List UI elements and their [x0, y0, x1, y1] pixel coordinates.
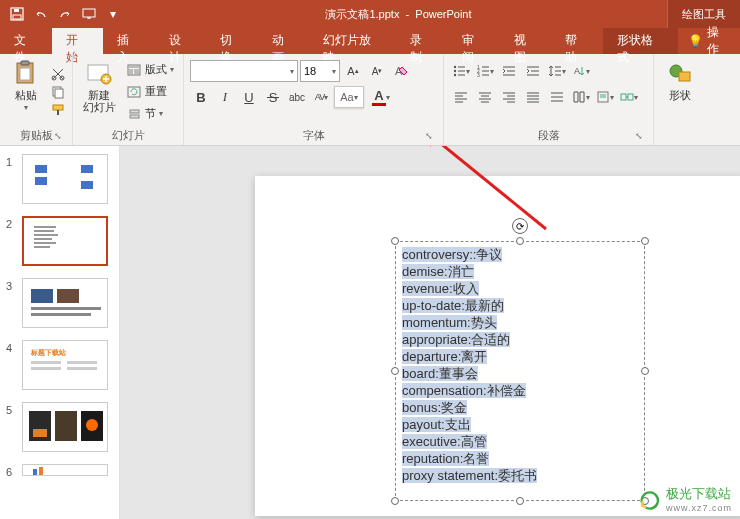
svg-rect-38	[34, 226, 56, 228]
thumb-3[interactable]: 3★	[0, 276, 119, 338]
thumb-2[interactable]: 2	[0, 214, 119, 276]
increase-indent-icon[interactable]	[522, 60, 544, 82]
justify-icon[interactable]	[522, 86, 544, 108]
thumb-1[interactable]: 1★	[0, 152, 119, 214]
align-right-icon[interactable]	[498, 86, 520, 108]
resize-handle[interactable]	[391, 367, 399, 375]
thumb-5[interactable]: 5★	[0, 400, 119, 462]
svg-rect-5	[21, 61, 29, 65]
strikethrough-button[interactable]: S	[262, 86, 284, 108]
shapes-button[interactable]: 形状	[660, 57, 700, 141]
layout-button[interactable]: 版式 ▾	[123, 60, 177, 80]
text-shadow-button[interactable]: abc	[286, 86, 308, 108]
line-spacing-icon[interactable]: ▾	[546, 60, 568, 82]
distributed-icon[interactable]	[546, 86, 568, 108]
svg-rect-2	[14, 9, 19, 12]
bullets-button[interactable]: ▾	[450, 60, 472, 82]
group-drawing: 形状	[654, 54, 706, 145]
thumb-6[interactable]: 6	[0, 462, 119, 488]
svg-rect-15	[129, 66, 139, 68]
tab-help[interactable]: 帮助	[551, 28, 603, 54]
tab-view[interactable]: 视图	[500, 28, 552, 54]
numbering-button[interactable]: 123▾	[474, 60, 496, 82]
svg-rect-47	[31, 313, 91, 316]
slide-canvas[interactable]: ⟳ controversy::争议demise:消亡revenue:收入up-t…	[120, 146, 740, 519]
group-slides: 新建 幻灯片 版式 ▾ 重置 节 ▾ 幻灯片	[73, 54, 184, 145]
dialog-launcher-icon[interactable]: ⤡	[633, 131, 645, 143]
tab-animations[interactable]: 动画	[258, 28, 310, 54]
tab-shape-format[interactable]: 形状格式	[603, 28, 678, 54]
new-slide-button[interactable]: 新建 幻灯片	[79, 57, 119, 126]
dialog-launcher-icon[interactable]: ⤡	[423, 131, 435, 143]
svg-rect-16	[129, 69, 133, 74]
resize-handle[interactable]	[641, 367, 649, 375]
svg-rect-49	[31, 361, 61, 364]
clear-formatting-icon[interactable]: A	[390, 60, 412, 82]
paste-button[interactable]: 粘贴 ▾	[6, 57, 46, 126]
decrease-indent-icon[interactable]	[498, 60, 520, 82]
resize-handle[interactable]	[391, 237, 399, 245]
bold-button[interactable]: B	[190, 86, 212, 108]
copy-icon[interactable]	[50, 84, 66, 100]
rotate-handle-icon[interactable]: ⟳	[512, 218, 528, 234]
align-text-vertical-icon[interactable]: ▾	[594, 86, 616, 108]
quick-access-toolbar: ▾	[0, 3, 130, 25]
align-center-icon[interactable]	[474, 86, 496, 108]
window-title: 演示文稿1.pptx - PowerPoint	[130, 7, 667, 22]
section-button[interactable]: 节 ▾	[123, 104, 177, 124]
start-from-beginning-icon[interactable]	[78, 3, 100, 25]
format-painter-icon[interactable]	[50, 102, 66, 118]
group-clipboard: 粘贴 ▾ 剪贴板⤡	[0, 54, 73, 145]
tab-design[interactable]: 设计	[155, 28, 207, 54]
smartart-convert-icon[interactable]: ▾	[618, 86, 640, 108]
font-size-combo[interactable]: 18▾	[300, 60, 340, 82]
underline-button[interactable]: U	[238, 86, 260, 108]
tab-insert[interactable]: 插入	[103, 28, 155, 54]
increase-font-icon[interactable]: A▴	[342, 60, 364, 82]
undo-icon[interactable]	[30, 3, 52, 25]
resize-handle[interactable]	[516, 497, 524, 505]
svg-rect-33	[679, 72, 690, 81]
svg-text:标题下载站: 标题下载站	[30, 349, 66, 357]
svg-rect-34	[35, 165, 47, 173]
svg-rect-37	[81, 181, 93, 189]
tab-review[interactable]: 审阅	[448, 28, 500, 54]
save-icon[interactable]	[6, 3, 28, 25]
resize-handle[interactable]	[391, 497, 399, 505]
dialog-launcher-icon[interactable]: ⤡	[52, 131, 64, 143]
resize-handle[interactable]	[516, 237, 524, 245]
reset-icon	[126, 84, 142, 100]
section-icon	[126, 106, 142, 122]
redo-icon[interactable]	[54, 3, 76, 25]
text-direction-icon[interactable]: A▾	[570, 60, 592, 82]
svg-rect-31	[628, 94, 633, 100]
italic-button[interactable]: I	[214, 86, 236, 108]
tab-transitions[interactable]: 切换	[206, 28, 258, 54]
tell-me[interactable]: 💡操作	[678, 28, 740, 54]
reset-button[interactable]: 重置	[123, 82, 177, 102]
svg-rect-41	[34, 238, 52, 240]
resize-handle[interactable]	[641, 237, 649, 245]
text-box[interactable]: ⟳ controversy::争议demise:消亡revenue:收入up-t…	[395, 241, 645, 501]
columns-icon[interactable]: ▾	[570, 86, 592, 108]
svg-point-24	[454, 74, 456, 76]
svg-text:3: 3	[477, 72, 480, 78]
svg-point-23	[454, 70, 456, 72]
lightbulb-icon: 💡	[688, 34, 703, 48]
tab-record[interactable]: 录制	[396, 28, 448, 54]
tab-file[interactable]: 文件	[0, 28, 52, 54]
tab-slideshow[interactable]: 幻灯片放映	[309, 28, 396, 54]
align-left-icon[interactable]	[450, 86, 472, 108]
svg-rect-10	[55, 89, 63, 98]
decrease-font-icon[interactable]: A▾	[366, 60, 388, 82]
tab-home[interactable]: 开始	[52, 28, 104, 54]
char-spacing-button[interactable]: AV▾	[310, 86, 332, 108]
selected-text[interactable]: controversy::争议demise:消亡revenue:收入up-to-…	[396, 242, 644, 488]
font-color-button[interactable]: A ▾	[366, 86, 396, 108]
qat-customize-icon[interactable]: ▾	[102, 3, 124, 25]
change-case-button[interactable]: Aa ▾	[334, 86, 364, 108]
svg-rect-35	[35, 177, 47, 185]
thumb-4[interactable]: 4标题下载站★	[0, 338, 119, 400]
cut-icon[interactable]	[50, 66, 66, 82]
font-family-combo[interactable]: ▾	[190, 60, 298, 82]
